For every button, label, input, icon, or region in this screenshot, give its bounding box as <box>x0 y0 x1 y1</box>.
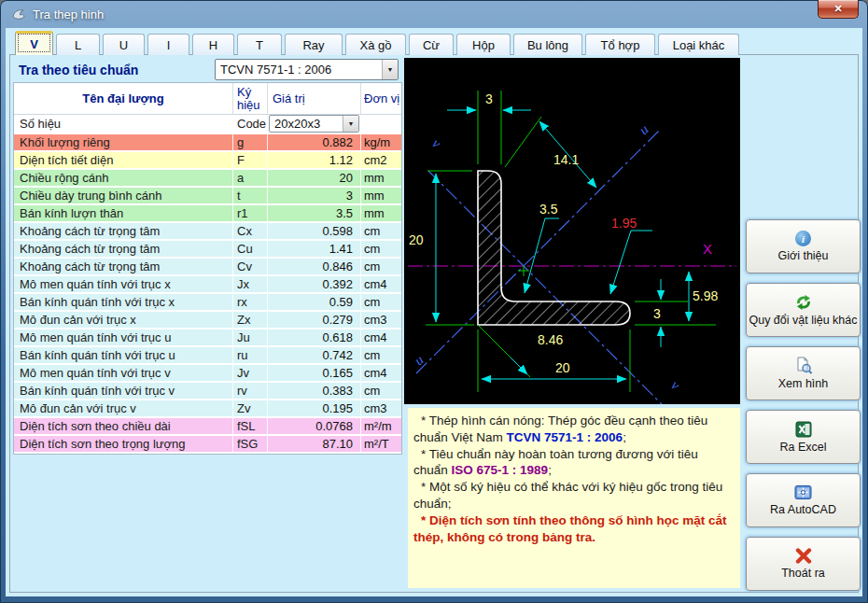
dim-thickness-top: 3 <box>485 91 493 106</box>
convert-material-button-label: Quy đổi vật liệu khác <box>749 314 857 327</box>
dim-fillet: 3.5 <box>539 202 558 217</box>
row-name: Mô men quán tính với trục v <box>14 365 233 381</box>
header-unit: Đơn vị <box>361 83 401 114</box>
dim-centroid-offset: 5.98 <box>693 288 718 303</box>
about-button[interactable]: i Giới thiệu <box>746 219 861 273</box>
angle-section-drawing: 3 14.1 3.5 20 20 8.46 5.98 3 1.95 u u v … <box>404 58 740 404</box>
window-title: Tra thep hinh <box>33 7 104 21</box>
tab-h[interactable]: H <box>192 34 234 55</box>
row-symbol: rv <box>233 383 268 399</box>
row-name: Mô đun cản với trục v <box>14 400 233 416</box>
row-name: Chiều dày trung bình cánh <box>14 188 233 203</box>
convert-material-button[interactable]: Quy đổi vật liệu khác <box>746 283 861 337</box>
row-name: Bán kính quán tính với trục u <box>14 347 233 363</box>
row-value: 0.598 <box>268 223 361 239</box>
export-excel-button[interactable]: Ra Excel <box>746 410 861 464</box>
tab-label: Tổ hợp <box>601 38 640 52</box>
tab-cừ[interactable]: Cừ <box>409 34 454 55</box>
row-value: 0.59 <box>268 294 361 310</box>
close-button[interactable]: ✕ <box>818 0 859 19</box>
row-value: 0.383 <box>268 383 361 399</box>
exit-icon <box>793 548 814 564</box>
row-unit: cm3 <box>361 312 401 328</box>
tab-label: T <box>256 38 263 52</box>
table-row: Diện tích tiết diệnF1.12cm2 <box>14 152 401 170</box>
standard-select[interactable]: TCVN 7571-1 : 2006 ▼ <box>215 59 399 80</box>
row-unit: mm <box>361 188 401 203</box>
export-autocad-button[interactable]: Ra AutoCAD <box>746 473 861 527</box>
tab-loại-khác[interactable]: Loại khác <box>658 34 739 55</box>
view-image-button[interactable]: Xem hình <box>746 346 861 400</box>
tab-i[interactable]: I <box>147 34 189 55</box>
excel-icon <box>795 421 812 438</box>
row-unit: cm <box>361 223 401 239</box>
notes-panel: * Thép hình cán nóng: Thép góc đều cạnh … <box>408 408 740 588</box>
tab-label: Bu lông <box>527 38 568 52</box>
row-name: Khoảng cách từ trọng tâm <box>14 223 233 239</box>
row-symbol: Code <box>233 115 268 133</box>
table-header: Tên đại lượng Ký hiệu Giá trị Đơn vị <box>14 83 401 115</box>
row-symbol: fSG <box>233 436 268 452</box>
row-symbol: g <box>233 134 268 150</box>
row-name: Khoảng cách từ trọng tâm <box>14 259 233 274</box>
app-icon <box>11 7 26 21</box>
note-line-1: * Thép hình cán nóng: Thép góc đều cạnh … <box>413 413 733 446</box>
row-symbol: Cx <box>233 223 268 239</box>
row-symbol: F <box>233 152 268 168</box>
row-value: 0.165 <box>268 365 361 381</box>
row-value: 0.846 <box>268 259 361 274</box>
table-row: Mô đun cản với trục xZx0.279cm3 <box>14 312 401 330</box>
row-name: Diện tích sơn theo trọng lượng <box>14 436 233 452</box>
row-value: 20x20x3 ▼ <box>268 115 361 133</box>
tab-hộp[interactable]: Hộp <box>456 34 511 55</box>
tab-bu-lông[interactable]: Bu lông <box>513 34 582 55</box>
table-row: Diện tích sơn theo chiều dàifSL0.0768m²/… <box>14 418 401 436</box>
table-row: Mô đun cản với trục vZv0.195cm3 <box>14 400 401 418</box>
row-name: Bán kính quán tính với trục x <box>14 294 233 310</box>
tab-label: Cừ <box>423 38 440 52</box>
tab-strip: VLUIHTRayXà gồCừHộpBu lôngTổ hợpLoại khá… <box>15 31 739 55</box>
exit-button[interactable]: Thoát ra <box>746 537 861 591</box>
tab-label: Xà gồ <box>360 38 392 52</box>
header-value: Giá trị <box>268 83 361 114</box>
view-image-button-label: Xem hình <box>778 377 829 390</box>
row-value: 0.618 <box>268 330 361 345</box>
tab-u[interactable]: U <box>103 34 145 55</box>
tab-xà-gồ[interactable]: Xà gồ <box>345 34 406 55</box>
row-unit: cm4 <box>361 365 401 381</box>
header-symbol: Ký hiệu <box>233 83 268 114</box>
chevron-down-icon[interactable]: ▼ <box>382 60 398 79</box>
row-name: Khoảng cách từ trọng tâm <box>14 241 233 257</box>
row-symbol: rx <box>233 294 268 310</box>
export-excel-button-label: Ra Excel <box>779 441 826 454</box>
standard-select-value: TCVN 7571-1 : 2006 <box>216 60 382 79</box>
table-row: Mô men quán tính với trục uJu0.618cm4 <box>14 330 401 347</box>
row-name: Mô đun cản với trục x <box>14 312 233 328</box>
header-name: Tên đại lượng <box>14 83 233 114</box>
tab-label: L <box>75 38 81 52</box>
tab-ray[interactable]: Ray <box>285 34 343 55</box>
tab-label: Ray <box>302 38 324 52</box>
row-unit: cm4 <box>361 330 401 345</box>
row-unit: cm <box>361 294 401 310</box>
standard-label: Tra theo tiêu chuẩn <box>19 63 138 77</box>
row-name: Diện tích tiết diện <box>14 152 233 168</box>
table-row: Bán kính quán tính với trục xrx0.59cm <box>14 294 401 312</box>
row-value: 0.392 <box>268 276 361 292</box>
property-table: Tên đại lượng Ký hiệu Giá trị Đơn vị Số … <box>13 82 402 455</box>
row-name: Khối lượng riêng <box>14 134 233 150</box>
tab-t[interactable]: T <box>237 34 282 55</box>
row-symbol: Jv <box>233 365 268 381</box>
tab-tổ-hợp[interactable]: Tổ hợp <box>585 34 655 55</box>
table-row: Bán kính quán tính với trục vrv0.383cm <box>14 383 401 400</box>
tab-l[interactable]: L <box>56 34 100 55</box>
chevron-down-icon[interactable]: ▼ <box>343 116 358 132</box>
table-row: Chiều dày trung bình cánht3mm <box>14 188 401 205</box>
table-row-code: Số hiệu Code 20x20x3 ▼ <box>14 115 401 134</box>
size-select[interactable]: 20x20x3 ▼ <box>269 115 359 133</box>
row-unit: mm <box>361 205 401 221</box>
row-unit: cm <box>361 383 401 399</box>
table-row: Bán kính quán tính với trục uru0.742cm <box>14 347 401 365</box>
tab-v[interactable]: V <box>15 31 53 55</box>
tab-label: I <box>167 38 171 52</box>
